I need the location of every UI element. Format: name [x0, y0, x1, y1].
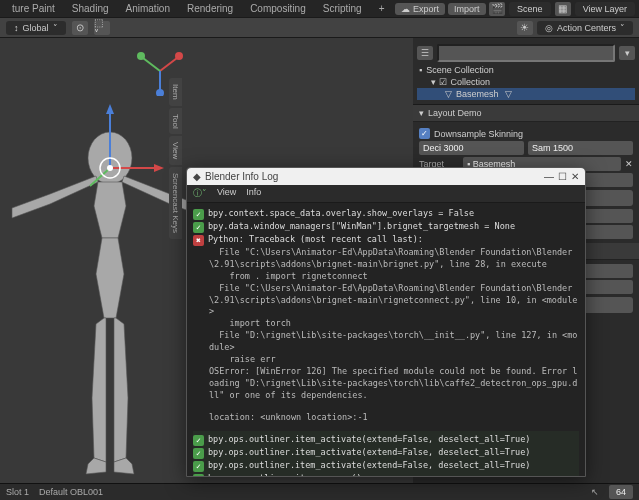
scene-icon[interactable]: 🎬 [489, 2, 505, 16]
traceback-line: raise err [209, 354, 579, 366]
decimate-field[interactable]: Deci 3000 [419, 141, 524, 155]
sample-field[interactable]: Sam 1500 [528, 141, 633, 155]
downsample-row[interactable]: Downsample Skinning [419, 128, 633, 139]
log-body[interactable]: ✓bpy.context.space_data.overlay.show_ove… [187, 203, 585, 476]
log-window-title: Blender Info Log [205, 171, 278, 182]
workspace-tab[interactable]: Rendering [179, 1, 241, 16]
svg-marker-2 [12, 176, 98, 218]
npanel-tab[interactable]: Screencast Keys [169, 167, 182, 239]
outliner-item-selected[interactable]: ▽ Basemesh ▽ [417, 88, 635, 100]
ok-mark-icon: ✓ [193, 209, 204, 220]
clear-icon[interactable]: ✕ [625, 159, 633, 169]
status-slot[interactable]: Slot 1 [6, 487, 29, 497]
snap-icon[interactable]: ⊙ [72, 21, 88, 35]
close-icon[interactable]: ✕ [571, 171, 579, 182]
workspace-tab[interactable]: Compositing [242, 1, 314, 16]
cursor-icon: ↖ [591, 487, 599, 497]
svg-point-21 [156, 89, 164, 96]
traceback-line: from . import rignetconnect [209, 271, 579, 283]
svg-line-16 [160, 58, 177, 71]
svg-marker-5 [92, 318, 106, 462]
svg-point-19 [137, 52, 145, 60]
status-bar: Slot 1 Default OBL001 ↖ 64 [0, 483, 639, 500]
log-menu-info[interactable]: Info [246, 187, 261, 200]
log-text: bpy.ops.outliner.item_activate(extend=Fa… [208, 434, 530, 446]
ok-mark-icon: ✓ [193, 461, 204, 472]
filter-icon[interactable]: ☰ [417, 46, 433, 60]
log-text: bpy.ops.outliner.item_activate(extend=Fa… [208, 460, 530, 472]
log-text: bpy.ops.outliner.item_rename() [208, 473, 362, 476]
import-button[interactable]: Import [448, 3, 486, 15]
log-text: Python: Traceback (most recent call last… [208, 234, 423, 246]
svg-line-18 [143, 58, 160, 71]
action-centers-dropdown[interactable]: ◎ Action Centers ˅ [537, 21, 633, 35]
add-workspace-icon[interactable]: + [371, 1, 393, 16]
scene-dropdown[interactable]: Scene [509, 2, 551, 16]
top-menu: ture Paint Shading Animation Rendering C… [0, 0, 639, 18]
svg-point-17 [175, 52, 183, 60]
svg-marker-1 [94, 182, 126, 238]
outliner-scene[interactable]: ▪ Scene Collection [417, 64, 635, 76]
traceback-line: File "D:\rignet\Lib\site-packages\torch\… [209, 330, 579, 354]
traceback-line: File "C:\Users\Animator-Ed\AppData\Roami… [209, 247, 579, 271]
ok-mark-icon: ✓ [193, 222, 204, 233]
viewlayer-dropdown[interactable]: View Layer [575, 2, 635, 16]
svg-marker-6 [114, 318, 128, 462]
ok-mark-icon: ✓ [193, 448, 204, 459]
log-menubar: ⓘ˅ View Info [187, 185, 585, 203]
workspace-tab[interactable]: Shading [64, 1, 117, 16]
maximize-icon[interactable]: ☐ [558, 171, 567, 182]
editor-type-icon[interactable]: ⓘ˅ [193, 187, 207, 200]
svg-point-15 [107, 165, 113, 171]
shading-icon[interactable]: ☀ [517, 21, 533, 35]
traceback-line: OSError: [WinError 126] The specified mo… [209, 366, 579, 402]
checkbox-icon[interactable] [419, 128, 430, 139]
panel-title-row[interactable]: ▾ Layout Demo [413, 105, 639, 122]
export-button[interactable]: ☁ Export [395, 3, 445, 15]
minimize-icon[interactable]: — [544, 171, 554, 182]
filter-btn[interactable]: ▾ [619, 46, 635, 60]
npanel-tab[interactable]: Item [169, 78, 182, 106]
svg-marker-10 [106, 104, 114, 114]
log-menu-view[interactable]: View [217, 187, 236, 200]
traceback-line: location: <unknown location>:-1 [209, 412, 579, 424]
log-titlebar[interactable]: ◆ Blender Info Log — ☐ ✕ [187, 168, 585, 185]
svg-marker-12 [154, 164, 164, 172]
log-text: bpy.ops.outliner.item_activate(extend=Fa… [208, 447, 530, 459]
n-panel-tabs: Item Tool View Screencast Keys [169, 78, 187, 241]
npanel-tab[interactable]: View [169, 136, 182, 165]
svg-marker-4 [96, 238, 124, 318]
log-text: bpy.context.space_data.overlay.show_over… [208, 208, 474, 220]
traceback-line: import torch [209, 318, 579, 330]
outliner-collection[interactable]: ▾ ☑ Collection [417, 76, 635, 88]
blender-icon: ◆ [193, 171, 201, 182]
workspace-tab[interactable]: ture Paint [4, 1, 63, 16]
log-text: bpy.data.window_managers["WinMan"].brign… [208, 221, 515, 233]
ok-mark-icon: ✓ [193, 474, 204, 476]
outliner-search[interactable] [437, 44, 615, 62]
workspace-tab[interactable]: Animation [118, 1, 178, 16]
header-bar: ↕ Global ˅ ⊙ ⬚ ˅ ☀ ◎ Action Centers ˅ [0, 18, 639, 38]
ok-mark-icon: ✓ [193, 435, 204, 446]
status-value: 64 [609, 485, 633, 499]
error-mark-icon: ✖ [193, 235, 204, 246]
traceback-line: File "C:\Users\Animator-Ed\AppData\Roami… [209, 283, 579, 319]
viewlayer-icon[interactable]: ▦ [555, 2, 571, 16]
info-log-window: ◆ Blender Info Log — ☐ ✕ ⓘ˅ View Info ✓b… [186, 167, 586, 477]
orientation-dropdown[interactable]: ↕ Global ˅ [6, 21, 66, 35]
npanel-tab[interactable]: Tool [169, 108, 182, 135]
workspace-tab[interactable]: Scripting [315, 1, 370, 16]
outliner: ☰▾ ▪ Scene Collection ▾ ☑ Collection ▽ B… [413, 38, 639, 105]
snap-type-icon[interactable]: ⬚ ˅ [94, 21, 110, 35]
status-object[interactable]: Default OBL001 [39, 487, 103, 497]
